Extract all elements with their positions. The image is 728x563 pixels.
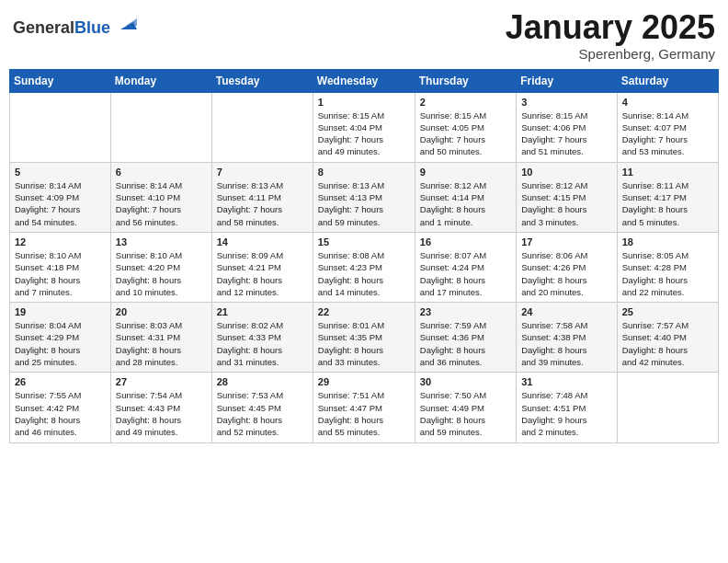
day-info: Sunrise: 8:13 AM Sunset: 4:11 PM Dayligh… (217, 179, 308, 228)
day-info: Sunrise: 7:59 AM Sunset: 4:36 PM Dayligh… (420, 319, 511, 368)
logo-blue-text: Blue (74, 18, 110, 37)
day-number: 14 (217, 236, 308, 247)
logo-icon (117, 13, 137, 33)
day-info: Sunrise: 7:50 AM Sunset: 4:49 PM Dayligh… (420, 389, 511, 438)
calendar-week-4: 19Sunrise: 8:04 AM Sunset: 4:29 PM Dayli… (10, 303, 719, 373)
calendar-cell: 19Sunrise: 8:04 AM Sunset: 4:29 PM Dayli… (10, 303, 111, 373)
day-info: Sunrise: 8:14 AM Sunset: 4:10 PM Dayligh… (116, 179, 207, 228)
calendar-cell: 1Sunrise: 8:15 AM Sunset: 4:04 PM Daylig… (313, 92, 415, 162)
day-number: 30 (420, 376, 511, 387)
day-number: 11 (622, 167, 713, 178)
calendar-cell: 8Sunrise: 8:13 AM Sunset: 4:13 PM Daylig… (313, 162, 415, 232)
day-info: Sunrise: 7:51 AM Sunset: 4:47 PM Dayligh… (318, 389, 410, 438)
calendar-cell: 6Sunrise: 8:14 AM Sunset: 4:10 PM Daylig… (110, 162, 211, 232)
day-info: Sunrise: 8:15 AM Sunset: 4:05 PM Dayligh… (420, 109, 511, 158)
day-number: 22 (318, 306, 410, 317)
day-info: Sunrise: 8:01 AM Sunset: 4:35 PM Dayligh… (318, 319, 410, 368)
month-title: January 2025 (506, 9, 715, 46)
day-info: Sunrise: 8:12 AM Sunset: 4:14 PM Dayligh… (420, 179, 511, 228)
calendar-cell: 13Sunrise: 8:10 AM Sunset: 4:20 PM Dayli… (110, 232, 211, 302)
day-info: Sunrise: 8:14 AM Sunset: 4:09 PM Dayligh… (15, 179, 106, 228)
day-number: 6 (116, 167, 207, 178)
calendar-cell: 11Sunrise: 8:11 AM Sunset: 4:17 PM Dayli… (617, 162, 718, 232)
day-number: 23 (420, 306, 511, 317)
weekday-header-monday: Monday (110, 69, 211, 92)
calendar-week-3: 12Sunrise: 8:10 AM Sunset: 4:18 PM Dayli… (10, 232, 719, 302)
calendar-cell: 29Sunrise: 7:51 AM Sunset: 4:47 PM Dayli… (313, 373, 415, 442)
day-number: 19 (15, 306, 106, 317)
calendar-cell: 26Sunrise: 7:55 AM Sunset: 4:42 PM Dayli… (10, 373, 111, 442)
svg-marker-1 (126, 18, 137, 26)
day-info: Sunrise: 8:02 AM Sunset: 4:33 PM Dayligh… (217, 319, 308, 368)
day-number: 25 (622, 306, 713, 317)
day-number: 13 (116, 236, 207, 247)
calendar-cell: 2Sunrise: 8:15 AM Sunset: 4:05 PM Daylig… (415, 92, 516, 162)
day-number: 15 (318, 236, 410, 247)
calendar-week-5: 26Sunrise: 7:55 AM Sunset: 4:42 PM Dayli… (10, 373, 719, 442)
day-number: 31 (521, 376, 612, 387)
day-info: Sunrise: 8:11 AM Sunset: 4:17 PM Dayligh… (622, 179, 713, 228)
calendar-cell (110, 92, 211, 162)
calendar-week-2: 5Sunrise: 8:14 AM Sunset: 4:09 PM Daylig… (10, 162, 719, 232)
logo-general-text: General (13, 18, 74, 37)
day-number: 17 (521, 236, 612, 247)
day-number: 2 (420, 97, 511, 108)
calendar-table: SundayMondayTuesdayWednesdayThursdayFrid… (9, 69, 719, 443)
logo: GeneralBlue (13, 13, 137, 38)
day-number: 29 (318, 376, 410, 387)
day-info: Sunrise: 8:12 AM Sunset: 4:15 PM Dayligh… (521, 179, 612, 228)
day-number: 3 (521, 97, 612, 108)
day-number: 24 (521, 306, 612, 317)
day-info: Sunrise: 8:07 AM Sunset: 4:24 PM Dayligh… (420, 249, 511, 298)
day-info: Sunrise: 7:53 AM Sunset: 4:45 PM Dayligh… (217, 389, 308, 438)
day-info: Sunrise: 8:03 AM Sunset: 4:31 PM Dayligh… (116, 319, 207, 368)
calendar-cell: 30Sunrise: 7:50 AM Sunset: 4:49 PM Dayli… (415, 373, 516, 442)
calendar-cell: 27Sunrise: 7:54 AM Sunset: 4:43 PM Dayli… (110, 373, 211, 442)
calendar-cell: 31Sunrise: 7:48 AM Sunset: 4:51 PM Dayli… (517, 373, 618, 442)
calendar-cell: 21Sunrise: 8:02 AM Sunset: 4:33 PM Dayli… (211, 303, 313, 373)
day-number: 1 (318, 97, 410, 108)
day-info: Sunrise: 8:04 AM Sunset: 4:29 PM Dayligh… (15, 319, 106, 368)
day-info: Sunrise: 8:13 AM Sunset: 4:13 PM Dayligh… (318, 179, 410, 228)
calendar-cell: 3Sunrise: 8:15 AM Sunset: 4:06 PM Daylig… (517, 92, 618, 162)
day-info: Sunrise: 8:10 AM Sunset: 4:18 PM Dayligh… (15, 249, 106, 298)
weekday-header-sunday: Sunday (10, 69, 111, 92)
day-info: Sunrise: 7:54 AM Sunset: 4:43 PM Dayligh… (116, 389, 207, 438)
calendar-cell: 5Sunrise: 8:14 AM Sunset: 4:09 PM Daylig… (10, 162, 111, 232)
weekday-header-row: SundayMondayTuesdayWednesdayThursdayFrid… (10, 69, 719, 92)
calendar-cell: 24Sunrise: 7:58 AM Sunset: 4:38 PM Dayli… (517, 303, 618, 373)
day-number: 18 (622, 236, 713, 247)
day-info: Sunrise: 7:55 AM Sunset: 4:42 PM Dayligh… (15, 389, 106, 438)
day-number: 16 (420, 236, 511, 247)
weekday-header-thursday: Thursday (415, 69, 516, 92)
title-block: January 2025 Sperenberg, Germany (506, 9, 715, 62)
day-number: 21 (217, 306, 308, 317)
day-info: Sunrise: 7:58 AM Sunset: 4:38 PM Dayligh… (521, 319, 612, 368)
day-number: 28 (217, 376, 308, 387)
day-number: 10 (521, 167, 612, 178)
calendar-cell: 4Sunrise: 8:14 AM Sunset: 4:07 PM Daylig… (617, 92, 718, 162)
calendar-cell: 25Sunrise: 7:57 AM Sunset: 4:40 PM Dayli… (617, 303, 718, 373)
day-info: Sunrise: 7:48 AM Sunset: 4:51 PM Dayligh… (521, 389, 612, 438)
day-number: 9 (420, 167, 511, 178)
calendar-cell: 23Sunrise: 7:59 AM Sunset: 4:36 PM Dayli… (415, 303, 516, 373)
weekday-header-wednesday: Wednesday (313, 69, 415, 92)
day-info: Sunrise: 7:57 AM Sunset: 4:40 PM Dayligh… (622, 319, 713, 368)
calendar-cell: 15Sunrise: 8:08 AM Sunset: 4:23 PM Dayli… (313, 232, 415, 302)
calendar-cell: 20Sunrise: 8:03 AM Sunset: 4:31 PM Dayli… (110, 303, 211, 373)
day-number: 27 (116, 376, 207, 387)
weekday-header-saturday: Saturday (617, 69, 718, 92)
calendar-cell: 16Sunrise: 8:07 AM Sunset: 4:24 PM Dayli… (415, 232, 516, 302)
day-info: Sunrise: 8:06 AM Sunset: 4:26 PM Dayligh… (521, 249, 612, 298)
day-info: Sunrise: 8:15 AM Sunset: 4:06 PM Dayligh… (521, 109, 612, 158)
day-number: 4 (622, 97, 713, 108)
weekday-header-friday: Friday (517, 69, 618, 92)
day-number: 26 (15, 376, 106, 387)
day-info: Sunrise: 8:10 AM Sunset: 4:20 PM Dayligh… (116, 249, 207, 298)
weekday-header-tuesday: Tuesday (211, 69, 313, 92)
day-number: 12 (15, 236, 106, 247)
calendar-cell (211, 92, 313, 162)
day-number: 8 (318, 167, 410, 178)
calendar-cell: 14Sunrise: 8:09 AM Sunset: 4:21 PM Dayli… (211, 232, 313, 302)
calendar-cell: 10Sunrise: 8:12 AM Sunset: 4:15 PM Dayli… (517, 162, 618, 232)
